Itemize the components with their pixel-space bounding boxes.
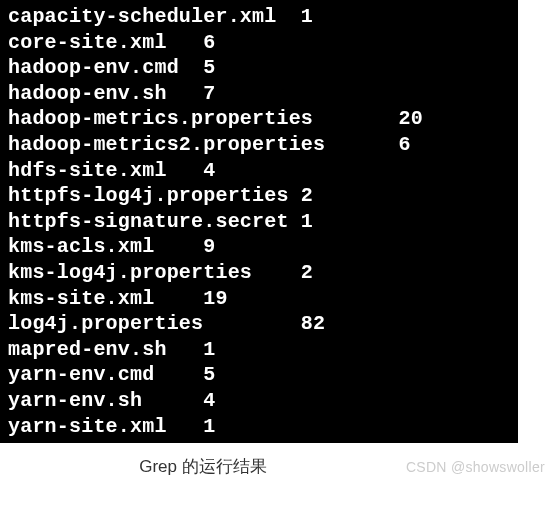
figure-caption: Grep 的运行结果 — [0, 455, 406, 478]
watermark-text: CSDN @showswoller — [406, 459, 545, 475]
terminal-output: capacity-scheduler.xml 1 core-site.xml 6… — [0, 0, 518, 443]
caption-row: Grep 的运行结果 CSDN @showswoller — [0, 443, 553, 478]
